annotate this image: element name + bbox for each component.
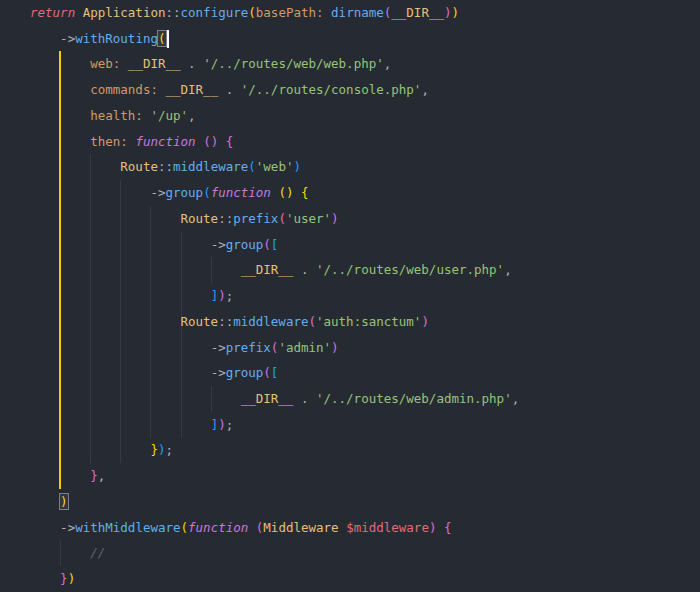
- named-argument-token: health:: [90, 108, 143, 123]
- string-token: '/../routes/console.php': [241, 82, 422, 97]
- punctuation-token: ::: [165, 5, 180, 20]
- function-call-token: middleware: [173, 159, 248, 174]
- function-call-token: group: [226, 365, 264, 380]
- code-line-2[interactable]: ->withRouting(: [0, 26, 700, 52]
- bracket-token: ): [293, 159, 301, 174]
- dir-constant-token: __DIR__: [128, 56, 181, 71]
- punctuation-token: [30, 391, 241, 406]
- bracket-token: ): [218, 417, 226, 432]
- punctuation-token: [30, 31, 60, 46]
- code-line-1[interactable]: return Application::configure(basePath: …: [0, 0, 700, 26]
- punctuation-token: [293, 185, 301, 200]
- code-line-5[interactable]: health: '/up',: [0, 103, 700, 129]
- punctuation-token: ->: [60, 520, 75, 535]
- bracket-token: (: [308, 314, 316, 329]
- function-call-token: prefix: [226, 340, 271, 355]
- punctuation-token: [30, 314, 181, 329]
- string-token: '/../routes/web/admin.php': [316, 391, 512, 406]
- code-line-18[interactable]: });: [0, 437, 700, 463]
- punctuation-token: ->: [211, 237, 226, 252]
- bracket-token: ): [68, 571, 76, 586]
- named-argument-token: commands:: [90, 82, 158, 97]
- bracket-token: (): [203, 134, 218, 149]
- punctuation-token: .: [293, 391, 316, 406]
- dir-constant-token: __DIR__: [165, 82, 218, 97]
- bracket-token: ): [331, 340, 339, 355]
- code-line-22[interactable]: //: [0, 540, 700, 566]
- punctuation-token: [196, 134, 204, 149]
- punctuation-token: ->: [211, 340, 226, 355]
- code-line-20[interactable]: ): [0, 489, 700, 515]
- string-token: 'admin': [278, 340, 331, 355]
- punctuation-token: ;: [226, 288, 234, 303]
- code-line-3[interactable]: web: __DIR__ . '/../routes/web/web.php',: [0, 51, 700, 77]
- punctuation-token: [30, 494, 60, 509]
- punctuation-token: ,: [421, 82, 429, 97]
- string-token: '/../routes/web/web.php': [203, 56, 384, 71]
- punctuation-token: [30, 211, 181, 226]
- punctuation-token: [75, 5, 83, 20]
- bracket-token: ): [452, 5, 460, 20]
- punctuation-token: .: [181, 56, 204, 71]
- code-line-14[interactable]: ->prefix('admin'): [0, 335, 700, 361]
- matched-bracket-token: ): [60, 494, 68, 509]
- code-line-19[interactable]: },: [0, 463, 700, 489]
- bracket-token: ): [218, 288, 226, 303]
- code-line-12[interactable]: ]);: [0, 283, 700, 309]
- punctuation-token: [120, 56, 128, 71]
- bracket-token: }: [60, 571, 68, 586]
- function-call-token: middleware: [233, 314, 308, 329]
- code-line-9[interactable]: Route::prefix('user'): [0, 206, 700, 232]
- bracket-token: {: [226, 134, 234, 149]
- punctuation-token: ::: [158, 159, 173, 174]
- named-argument-token: basePath:: [256, 5, 324, 20]
- punctuation-token: [30, 545, 90, 560]
- code-line-23[interactable]: }): [0, 566, 700, 592]
- bracket-token: (: [248, 159, 256, 174]
- bracket-token: {: [444, 520, 452, 535]
- function-call-token: configure: [181, 5, 249, 20]
- punctuation-token: ;: [165, 442, 173, 457]
- function-keyword: function: [135, 134, 195, 149]
- string-token: 'auth:sanctum': [316, 314, 421, 329]
- function-call-token: group: [165, 185, 203, 200]
- code-line-11[interactable]: __DIR__ . '/../routes/web/user.php',: [0, 257, 700, 283]
- bracket-token: ): [421, 314, 429, 329]
- code-line-17[interactable]: ]);: [0, 412, 700, 438]
- punctuation-token: [248, 520, 256, 535]
- punctuation-token: ->: [60, 31, 75, 46]
- code-line-16[interactable]: __DIR__ . '/../routes/web/admin.php',: [0, 386, 700, 412]
- function-call-token: withRouting: [75, 31, 158, 46]
- punctuation-token: ->: [211, 365, 226, 380]
- code-line-21[interactable]: ->withMiddleware(function (Middleware $m…: [0, 515, 700, 541]
- string-token: 'web': [256, 159, 294, 174]
- punctuation-token: ,: [188, 108, 196, 123]
- code-line-13[interactable]: Route::middleware('auth:sanctum'): [0, 309, 700, 335]
- bracket-token: (: [203, 185, 211, 200]
- bracket-token: (: [278, 211, 286, 226]
- code-line-4[interactable]: commands: __DIR__ . '/../routes/console.…: [0, 77, 700, 103]
- string-token: 'user': [286, 211, 331, 226]
- code-editor[interactable]: return Application::configure(basePath: …: [0, 0, 700, 592]
- bracket-token: [: [271, 365, 279, 380]
- code-line-10[interactable]: ->group([: [0, 232, 700, 258]
- dir-constant-token: __DIR__: [391, 5, 444, 20]
- punctuation-token: [30, 159, 120, 174]
- bracket-token: (): [278, 185, 293, 200]
- bracket-token: {: [301, 185, 309, 200]
- bracket-token: ): [444, 5, 452, 20]
- punctuation-token: ,: [98, 468, 106, 483]
- code-line-15[interactable]: ->group([: [0, 360, 700, 386]
- punctuation-token: .: [293, 262, 316, 277]
- code-line-7[interactable]: Route::middleware('web'): [0, 154, 700, 180]
- bracket-token: }: [150, 442, 158, 457]
- punctuation-token: ::: [218, 211, 233, 226]
- code-area[interactable]: return Application::configure(basePath: …: [0, 0, 700, 592]
- punctuation-token: .: [218, 82, 241, 97]
- punctuation-token: [30, 108, 90, 123]
- punctuation-token: [30, 571, 60, 586]
- bracket-token: [: [271, 237, 279, 252]
- code-line-8[interactable]: ->group(function () {: [0, 180, 700, 206]
- code-line-6[interactable]: then: function () {: [0, 129, 700, 155]
- punctuation-token: [30, 56, 90, 71]
